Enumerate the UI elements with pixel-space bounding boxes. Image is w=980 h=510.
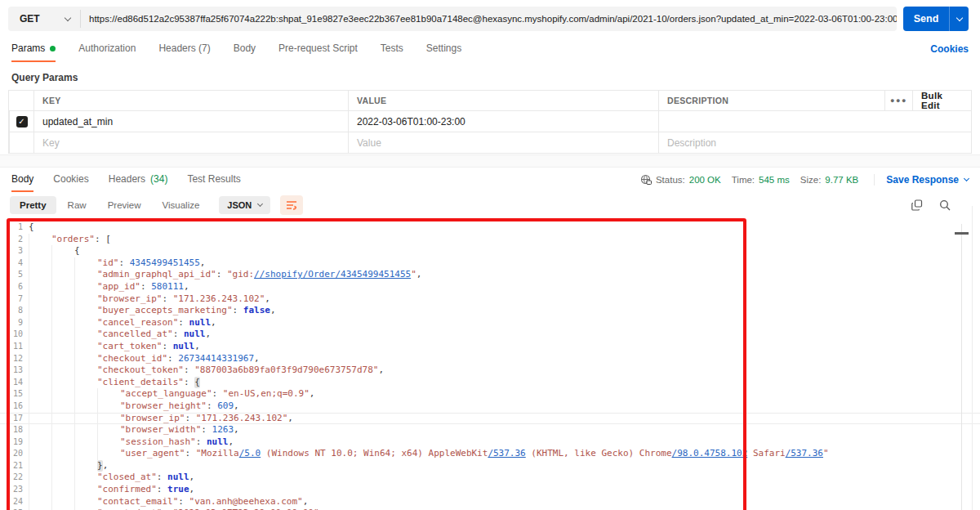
code-line: 18"browser_width": 1263, <box>0 424 980 436</box>
indent-guide <box>29 436 51 449</box>
indent-guide <box>51 424 74 436</box>
code-line: 8"buyer_accepts_marketing": false, <box>0 305 980 317</box>
line-content: "browser_width": 1263, <box>23 424 239 436</box>
response-tab-test-results[interactable]: Test Results <box>187 168 240 192</box>
tab-tests[interactable]: Tests <box>381 36 403 62</box>
json-token: "browser_height" <box>120 400 207 413</box>
line-content: "session_hash": null, <box>23 436 234 449</box>
indent-guide <box>51 388 74 400</box>
url-input[interactable]: https://ed86d512a2c95387ffa25f67074a222b… <box>81 7 897 31</box>
view-tab-pretty[interactable]: Pretty <box>10 196 56 214</box>
bulk-edit-button[interactable]: Bulk Edit <box>912 91 971 110</box>
param-value[interactable]: 2022-03-06T01:00-23:00 <box>348 111 658 132</box>
tab-params[interactable]: Params <box>11 36 56 62</box>
time-value[interactable]: 545 ms <box>759 175 790 185</box>
json-link[interactable]: /537.36 <box>786 448 823 460</box>
indent-guide <box>74 329 97 341</box>
indent-guide <box>74 305 97 317</box>
time-label: Time: <box>732 175 755 185</box>
description-placeholder[interactable]: Description <box>658 132 971 153</box>
line-content: "browser_ip": "171.236.243.102", <box>23 293 270 306</box>
view-tab-raw[interactable]: Raw <box>58 196 96 214</box>
json-token: null <box>167 472 189 484</box>
json-token: , <box>205 329 211 341</box>
code-line: 15"accept_language": "en-US,en;q=0.9", <box>0 388 980 400</box>
json-token: " <box>411 269 416 281</box>
size-label: Size: <box>800 175 822 185</box>
json-token: , <box>234 400 239 413</box>
view-tab-visualize[interactable]: Visualize <box>153 196 210 214</box>
window-right-edge <box>972 206 973 510</box>
param-checkbox-checked[interactable]: ✓ <box>16 116 28 128</box>
send-button[interactable]: Send <box>903 7 969 31</box>
language-label: JSON <box>227 200 252 210</box>
line-number: 2 <box>0 234 23 246</box>
method-select[interactable]: GET <box>8 7 80 31</box>
indent-guide <box>51 257 74 270</box>
json-link[interactable]: /98.0.4758.102 <box>672 448 748 460</box>
code-line: 11"cart_token": null, <box>0 341 980 353</box>
indent-guide <box>29 281 51 293</box>
search-icon[interactable] <box>939 199 951 211</box>
copy-icon[interactable] <box>911 199 923 211</box>
line-content: "buyer_accepts_marketing": false, <box>23 305 276 317</box>
language-dropdown[interactable]: JSON <box>219 196 270 214</box>
view-tab-preview[interactable]: Preview <box>98 196 151 214</box>
send-options-chevron[interactable] <box>949 7 969 31</box>
send-button-label[interactable]: Send <box>903 7 949 31</box>
json-token: , <box>189 472 195 484</box>
indent-guide <box>51 293 74 306</box>
scrollbar-thumb[interactable] <box>955 232 969 235</box>
json-token: "browser_ip" <box>97 293 162 306</box>
json-token: , <box>287 413 293 425</box>
line-content: "checkout_token": "887003a6b89fa0f3f9d79… <box>23 365 384 377</box>
save-response-button[interactable]: Save Response <box>874 174 969 186</box>
response-tab-headers[interactable]: Headers (34) <box>109 168 168 192</box>
header-checkbox-cell <box>9 91 33 110</box>
response-tab-cookies[interactable]: Cookies <box>53 168 88 192</box>
line-content: "id": 4345499451455, <box>23 257 205 270</box>
beautify-button[interactable] <box>280 195 303 215</box>
tab-authorization[interactable]: Authorization <box>78 36 136 62</box>
json-token: : <box>157 472 167 484</box>
value-placeholder[interactable]: Value <box>348 132 658 153</box>
tab-settings[interactable]: Settings <box>426 36 461 62</box>
tab-label: Headers (7) <box>158 42 210 54</box>
json-token: " <box>823 448 829 460</box>
indent-guide <box>29 377 51 389</box>
indent-guide <box>51 341 74 353</box>
more-options-icon[interactable]: ●●● <box>884 91 912 110</box>
json-token: : <box>140 281 151 293</box>
tab-body[interactable]: Body <box>234 36 256 62</box>
key-placeholder[interactable]: Key <box>33 132 348 153</box>
cookies-link[interactable]: Cookies <box>930 43 969 55</box>
json-link[interactable]: /537.36 <box>488 448 525 460</box>
json-link[interactable]: /5.0 <box>239 448 261 460</box>
indent-guide <box>29 424 51 436</box>
tab-label: Pre-request Script <box>278 42 358 54</box>
code-line: 17"browser_ip": "171.236.243.102", <box>0 413 980 425</box>
tab-pre-request-script[interactable]: Pre-request Script <box>278 36 358 62</box>
tab-headers-7[interactable]: Headers (7) <box>158 36 210 62</box>
json-token: , <box>378 365 384 377</box>
param-key[interactable]: updated_at_min <box>33 111 348 132</box>
indent-guide <box>51 448 74 460</box>
json-token: : <box>184 365 194 377</box>
tab-label: Headers <box>109 173 145 185</box>
json-token: : <box>233 305 243 317</box>
indent-guide <box>74 448 97 460</box>
tab-label: Settings <box>426 42 461 54</box>
param-description[interactable] <box>658 111 971 132</box>
json-token: : <box>184 377 194 389</box>
json-token: : <box>196 436 207 449</box>
size-value[interactable]: 9.77 KB <box>825 175 858 185</box>
json-token: , <box>310 388 315 400</box>
code-line: 19"session_hash": null, <box>0 436 980 449</box>
json-token: 609 <box>217 400 234 413</box>
json-link[interactable]: //shopify/Order/4345499451455 <box>254 269 411 281</box>
status-value[interactable]: 200 OK <box>689 175 721 185</box>
json-token: "orders" <box>51 234 95 246</box>
json-token: { <box>194 377 200 389</box>
response-tab-body[interactable]: Body <box>11 168 33 192</box>
json-token: "closed_at" <box>97 472 157 484</box>
